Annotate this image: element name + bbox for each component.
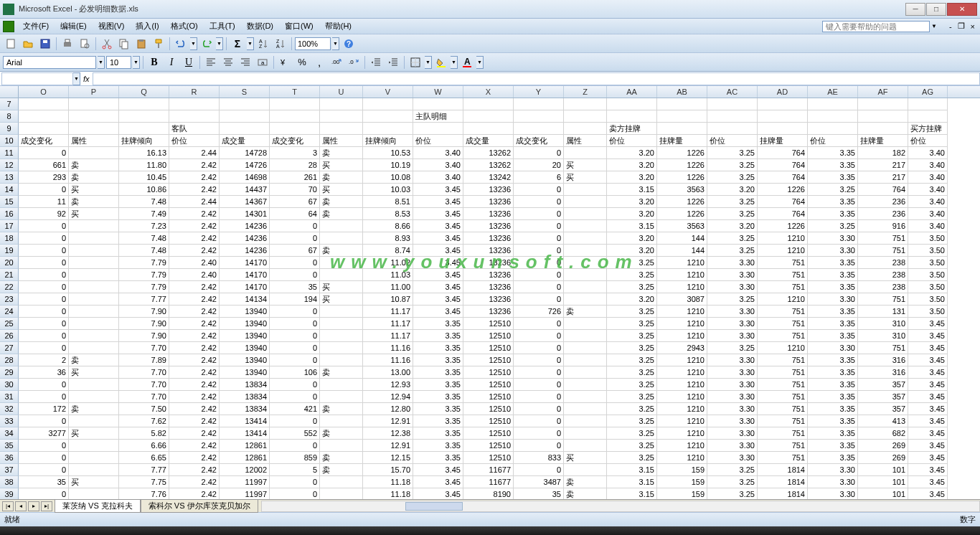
cell[interactable]: 3.30 — [808, 245, 858, 257]
cell[interactable]: 卖 — [320, 196, 363, 208]
cell[interactable]: 3.35 — [413, 403, 463, 415]
cell[interactable]: 10.19 — [363, 159, 413, 171]
cell[interactable] — [320, 110, 363, 123]
row-header[interactable]: 24 — [0, 306, 19, 318]
cell[interactable]: 2.42 — [169, 342, 220, 354]
cell[interactable]: 14170 — [220, 269, 270, 281]
cell[interactable]: 3.45 — [413, 306, 463, 318]
column-header[interactable]: P — [69, 86, 119, 98]
fx-icon[interactable]: fx — [80, 75, 93, 83]
cell[interactable]: 0 — [19, 342, 69, 354]
cell[interactable]: 3.45 — [413, 488, 463, 499]
cell[interactable]: 卖 — [69, 403, 119, 415]
cell[interactable]: 12510 — [463, 427, 514, 440]
font-color-dropdown[interactable]: ▼ — [476, 56, 484, 69]
cell[interactable]: 2.42 — [169, 184, 220, 196]
cell[interactable]: 3 — [270, 147, 320, 159]
cell[interactable] — [758, 110, 808, 123]
cell[interactable]: 3.25 — [707, 171, 758, 184]
decrease-indent-button[interactable] — [368, 55, 384, 70]
increase-indent-button[interactable] — [385, 55, 401, 70]
cell[interactable]: 14236 — [220, 232, 270, 245]
cell[interactable]: 310 — [858, 318, 908, 330]
cell[interactable]: 3.40 — [413, 147, 463, 159]
cell[interactable] — [320, 232, 363, 245]
cell[interactable]: 0 — [514, 208, 564, 220]
cell[interactable]: 236 — [858, 208, 908, 220]
cell[interactable]: 172 — [19, 403, 69, 415]
cell[interactable]: 11997 — [220, 476, 270, 488]
row-header[interactable]: 34 — [0, 427, 19, 440]
cell[interactable] — [564, 232, 607, 245]
cell[interactable]: 卖 — [564, 476, 607, 488]
cell[interactable]: 挂牌量 — [657, 135, 707, 147]
cell[interactable]: 3.25 — [607, 354, 657, 366]
font-size-dropdown[interactable]: ▼ — [133, 56, 140, 69]
cell[interactable]: 7.77 — [119, 464, 169, 476]
cell[interactable]: 3.15 — [607, 464, 657, 476]
cell[interactable] — [363, 110, 413, 123]
cell[interactable] — [270, 110, 320, 123]
cell[interactable] — [69, 440, 119, 452]
cell[interactable]: 3.30 — [808, 232, 858, 245]
cell[interactable]: 159 — [657, 488, 707, 499]
cell[interactable]: 36 — [19, 366, 69, 379]
cell[interactable]: 0 — [514, 415, 564, 427]
cell[interactable]: 属性 — [320, 135, 363, 147]
cell[interactable]: 12.15 — [363, 452, 413, 464]
cell[interactable]: 1210 — [758, 293, 808, 306]
cell[interactable]: 3.30 — [808, 293, 858, 306]
column-header[interactable]: AF — [858, 86, 908, 98]
cell[interactable]: 8.74 — [363, 245, 413, 257]
cell[interactable] — [320, 257, 363, 269]
cell[interactable]: 2.42 — [169, 464, 220, 476]
cell[interactable]: 3.45 — [908, 403, 948, 415]
sheet-tab[interactable]: 索科尔 VS 伊尔库茨克贝加尔 — [141, 500, 258, 513]
cell[interactable]: 13940 — [220, 354, 270, 366]
cell[interactable]: 3.25 — [607, 427, 657, 440]
cell[interactable]: 751 — [758, 269, 808, 281]
row-header[interactable]: 13 — [0, 171, 19, 184]
cell[interactable]: 3487 — [514, 476, 564, 488]
cell[interactable]: 3.40 — [413, 159, 463, 171]
cell[interactable]: 217 — [858, 171, 908, 184]
cell[interactable]: 144 — [657, 245, 707, 257]
column-header[interactable]: S — [220, 86, 270, 98]
cell[interactable]: 买 — [69, 184, 119, 196]
cell[interactable]: 卖 — [564, 488, 607, 499]
cell[interactable]: 7.48 — [119, 232, 169, 245]
cell[interactable] — [320, 379, 363, 391]
cell[interactable]: 11.17 — [363, 318, 413, 330]
cell[interactable]: 7.89 — [119, 354, 169, 366]
cell[interactable]: 1210 — [657, 440, 707, 452]
cell[interactable]: 11.80 — [119, 159, 169, 171]
cell[interactable]: 0 — [19, 379, 69, 391]
cell[interactable]: 751 — [758, 440, 808, 452]
cell[interactable]: 11677 — [463, 476, 514, 488]
increase-decimal-button[interactable]: .00 — [329, 55, 344, 70]
cell[interactable]: 357 — [858, 379, 908, 391]
cell[interactable] — [320, 391, 363, 403]
open-button[interactable] — [20, 36, 36, 52]
cell[interactable]: 3563 — [657, 184, 707, 196]
cell[interactable]: 751 — [758, 452, 808, 464]
cell[interactable]: 2 — [19, 354, 69, 366]
cell[interactable]: 3.35 — [413, 330, 463, 342]
cell[interactable]: 7.75 — [119, 476, 169, 488]
cell[interactable]: 0 — [19, 488, 69, 499]
cell[interactable]: 67 — [270, 196, 320, 208]
cell[interactable]: 0 — [270, 379, 320, 391]
cell[interactable]: 12.94 — [363, 391, 413, 403]
cell[interactable]: 3.35 — [808, 257, 858, 269]
cell[interactable]: 11.16 — [363, 342, 413, 354]
cell[interactable]: 13940 — [220, 318, 270, 330]
name-box[interactable] — [1, 72, 73, 85]
cell[interactable] — [270, 123, 320, 135]
column-header[interactable]: X — [463, 86, 514, 98]
cell[interactable]: 3.45 — [908, 354, 948, 366]
cell[interactable]: 3.40 — [908, 147, 948, 159]
cell[interactable]: 3.35 — [808, 391, 858, 403]
cell[interactable] — [169, 98, 220, 110]
cell[interactable] — [564, 98, 607, 110]
cell[interactable]: 0 — [514, 440, 564, 452]
